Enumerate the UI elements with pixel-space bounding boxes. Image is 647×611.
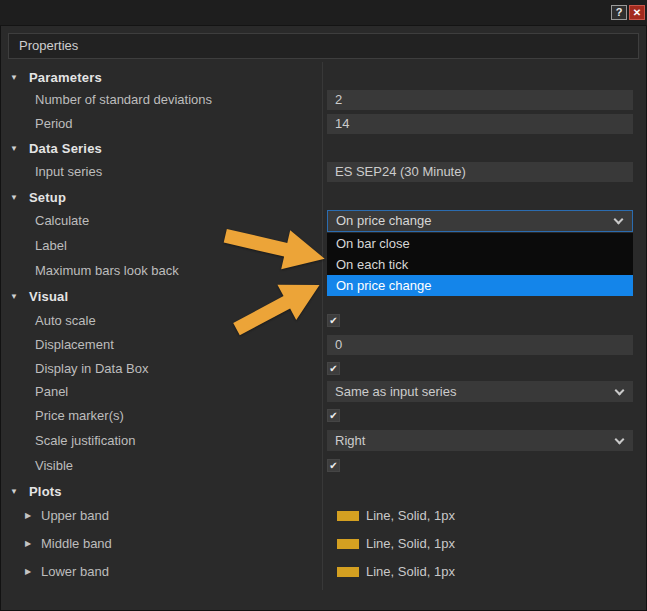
chevron-down-icon <box>614 215 624 225</box>
check-icon: ✔ <box>329 363 337 374</box>
lower-band-style: Line, Solid, 1px <box>366 562 455 582</box>
title-bar: ? ✕ <box>0 0 647 26</box>
section-header-plots[interactable]: ▼ Plots <box>0 480 62 502</box>
dropdown-option-on-each-tick[interactable]: On each tick <box>327 254 633 275</box>
annotation-arrow-upper <box>222 225 332 279</box>
middle-band-color-swatch[interactable] <box>337 539 359 549</box>
label-visible: Visible <box>35 456 73 476</box>
section-title: Setup <box>29 190 66 205</box>
properties-header: Properties <box>8 33 639 59</box>
label-maximum-bars-look-back: Maximum bars look back <box>35 261 179 281</box>
scale-justification-dropdown[interactable]: Right <box>327 430 633 451</box>
input-number-of-standard-deviations[interactable]: 2 <box>327 90 633 110</box>
display-in-data-box-checkbox[interactable]: ✔ <box>327 362 340 375</box>
label-label: Label <box>35 236 67 256</box>
label-displacement: Displacement <box>35 335 114 355</box>
lower-band-expand-icon[interactable]: ▶ <box>25 562 31 582</box>
section-title: Parameters <box>29 70 102 85</box>
collapse-triangle-icon: ▼ <box>10 292 22 301</box>
help-button[interactable]: ? <box>611 5 627 20</box>
section-header-data-series[interactable]: ▼ Data Series <box>0 137 102 159</box>
dropdown-option-on-bar-close[interactable]: On bar close <box>327 233 633 254</box>
dropdown-option-on-price-change[interactable]: On price change <box>327 275 633 296</box>
check-icon: ✔ <box>329 410 337 421</box>
collapse-triangle-icon: ▼ <box>10 193 22 202</box>
label-period: Period <box>35 114 73 134</box>
section-title: Plots <box>29 484 62 499</box>
upper-band-expand-icon[interactable]: ▶ <box>25 506 31 526</box>
section-title: Data Series <box>29 141 102 156</box>
lower-band-color-swatch[interactable] <box>337 567 359 577</box>
label-display-in-data-box: Display in Data Box <box>35 359 148 379</box>
section-header-setup[interactable]: ▼ Setup <box>0 186 66 208</box>
section-header-parameters[interactable]: ▼ Parameters <box>0 66 102 88</box>
indicator-properties-dialog: ? ✕ Properties ▼ Parameters Number of st… <box>0 0 647 611</box>
label-number-of-standard-deviations: Number of standard deviations <box>35 90 212 110</box>
label-lower-band: Lower band <box>41 562 109 582</box>
collapse-triangle-icon: ▼ <box>10 144 22 153</box>
visible-checkbox[interactable]: ✔ <box>327 459 340 472</box>
collapse-triangle-icon: ▼ <box>10 487 22 496</box>
annotation-arrow-lower <box>228 276 328 338</box>
chevron-down-icon <box>615 434 625 444</box>
label-auto-scale: Auto scale <box>35 311 96 331</box>
input-series-field[interactable]: ES SEP24 (30 Minute) <box>327 162 633 182</box>
check-icon: ✔ <box>329 315 337 326</box>
auto-scale-checkbox[interactable]: ✔ <box>327 314 340 327</box>
label-upper-band: Upper band <box>41 506 109 526</box>
label-price-markers: Price marker(s) <box>35 406 124 426</box>
scale-justification-selected-value: Right <box>335 433 365 448</box>
label-calculate: Calculate <box>35 211 89 231</box>
label-scale-justification: Scale justification <box>35 431 135 451</box>
collapse-triangle-icon: ▼ <box>10 73 22 82</box>
check-icon: ✔ <box>329 460 337 471</box>
price-markers-checkbox[interactable]: ✔ <box>327 409 340 422</box>
panel-dropdown[interactable]: Same as input series <box>327 381 633 402</box>
label-middle-band: Middle band <box>41 534 112 554</box>
panel-selected-value: Same as input series <box>335 384 456 399</box>
close-button[interactable]: ✕ <box>629 5 645 20</box>
chevron-down-icon <box>615 385 625 395</box>
middle-band-style: Line, Solid, 1px <box>366 534 455 554</box>
section-header-visual[interactable]: ▼ Visual <box>0 285 68 307</box>
label-input-series: Input series <box>35 162 102 182</box>
calculate-dropdown-popup: On bar close On each tick On price chang… <box>327 233 633 296</box>
upper-band-style: Line, Solid, 1px <box>366 506 455 526</box>
input-period[interactable]: 14 <box>327 114 633 134</box>
calculate-selected-value: On price change <box>336 213 431 228</box>
label-panel: Panel <box>35 382 68 402</box>
calculate-combobox[interactable]: On price change <box>327 210 633 232</box>
upper-band-color-swatch[interactable] <box>337 511 359 521</box>
section-title: Visual <box>29 289 68 304</box>
displacement-field[interactable]: 0 <box>327 335 633 355</box>
middle-band-expand-icon[interactable]: ▶ <box>25 534 31 554</box>
